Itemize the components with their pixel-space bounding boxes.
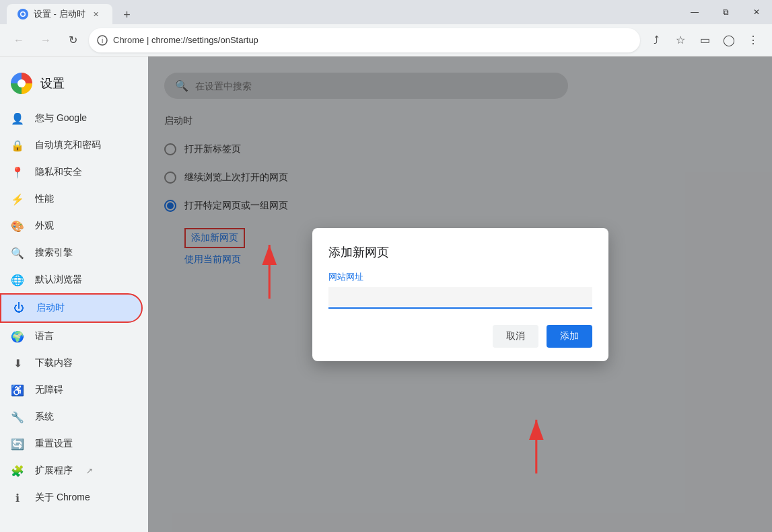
star-icon: ☆ (676, 34, 685, 46)
address-bar[interactable]: i Chrome | chrome://settings/onStartup (89, 28, 640, 52)
forward-button[interactable]: → (35, 30, 57, 51)
sidebar-item-label: 默认浏览器 (35, 274, 82, 286)
sidebar-item-system[interactable]: 🔧 系统 (0, 404, 143, 430)
sidebar-item-label: 启动时 (36, 302, 65, 314)
sidebar-item-label: 重置设置 (35, 438, 73, 450)
dialog-buttons: 取消 添加 (328, 325, 592, 348)
downloads-icon: ⬇ (11, 356, 24, 370)
restore-button[interactable]: ⧉ (710, 0, 741, 24)
performance-icon: ⚡ (11, 192, 24, 206)
sidebar-item-label: 关于 Chrome (35, 492, 90, 504)
sidebar-item-autofill[interactable]: 🔒 自动填充和密码 (0, 132, 143, 159)
profile-nav-icon: 👤 (11, 112, 24, 125)
add-page-dialog: 添加新网页 网站网址 取消 添加 (312, 228, 608, 361)
svg-point-2 (22, 13, 25, 16)
cancel-button[interactable]: 取消 (493, 325, 538, 348)
main-layout: 设置 👤 您与 Google 🔒 自动填充和密码 📍 隐私和安全 ⚡ 性能 🎨 … (0, 56, 772, 532)
dialog-input-wrap (328, 287, 592, 309)
new-tab-button[interactable]: + (118, 5, 137, 24)
sidebar-item-profile[interactable]: 👤 您与 Google (0, 105, 143, 132)
sidebar-item-language[interactable]: 🌍 语言 (0, 323, 143, 350)
sidebar-toggle-button[interactable]: ▭ (694, 30, 715, 51)
address-text: Chrome | chrome://settings/onStartup (113, 35, 632, 45)
chrome-logo-inner (17, 79, 26, 87)
address-path: chrome://settings/onStartup (151, 35, 258, 45)
omnibar-actions: ⤴ ☆ ▭ ◯ ⋮ (645, 30, 764, 51)
startup-icon: ⏻ (12, 301, 26, 315)
refresh-icon: ↻ (69, 34, 77, 46)
sidebar-item-label: 扩展程序 (35, 465, 73, 477)
address-separator: | (147, 35, 151, 45)
svg-text:i: i (102, 37, 103, 44)
sidebar-item-extensions[interactable]: 🧩 扩展程序 ↗ (0, 457, 143, 484)
default-browser-icon: 🌐 (11, 273, 24, 287)
sidebar-item-label: 性能 (35, 193, 54, 205)
share-icon: ⤴ (654, 34, 659, 46)
bookmark-button[interactable]: ☆ (670, 30, 691, 51)
sidebar-item-startup[interactable]: ⏻ 启动时 (0, 293, 143, 323)
refresh-button[interactable]: ↻ (62, 30, 83, 51)
sidebar-header: 设置 (0, 67, 148, 105)
sidebar-item-accessibility[interactable]: ♿ 无障碍 (0, 377, 143, 404)
dialog-url-input[interactable] (328, 287, 592, 306)
autofill-icon: 🔒 (11, 139, 24, 152)
profile-button[interactable]: ◯ (718, 30, 740, 51)
minimize-icon: — (691, 7, 699, 17)
close-button[interactable]: ✕ (741, 0, 772, 24)
close-icon: ✕ (753, 7, 760, 17)
minimize-button[interactable]: — (679, 0, 710, 24)
omnibar: ← → ↻ i Chrome | chrome://settings/onSta… (0, 24, 772, 56)
sidebar-item-label: 隐私和安全 (35, 166, 82, 178)
sidebar-item-label: 搜索引擎 (35, 247, 73, 259)
sidebar-item-label: 无障碍 (35, 384, 63, 396)
sidebar-item-privacy[interactable]: 📍 隐私和安全 (0, 159, 143, 186)
reset-icon: 🔄 (11, 437, 24, 451)
extensions-icon: 🧩 (11, 464, 24, 478)
titlebar: 设置 - 启动时 ✕ + — ⧉ ✕ (0, 0, 772, 24)
external-link-icon: ↗ (86, 466, 93, 476)
tab-close-button[interactable]: ✕ (91, 9, 102, 20)
about-icon: ℹ (11, 491, 24, 504)
search-nav-icon: 🔍 (11, 246, 24, 260)
address-scheme: Chrome (113, 35, 144, 45)
tab-favicon (17, 9, 28, 20)
window-controls: — ⧉ ✕ (679, 0, 772, 24)
sidebar-item-label: 下载内容 (35, 357, 73, 369)
back-button[interactable]: ← (8, 30, 30, 51)
menu-icon: ⋮ (748, 34, 759, 46)
menu-button[interactable]: ⋮ (742, 30, 764, 51)
tab-area: 设置 - 启动时 ✕ + (0, 0, 137, 24)
chrome-logo (11, 73, 32, 94)
back-icon: ← (13, 34, 24, 46)
active-tab[interactable]: 设置 - 启动时 ✕ (7, 4, 112, 24)
sidebar-item-reset[interactable]: 🔄 重置设置 (0, 430, 143, 457)
sidebar-item-appearance[interactable]: 🎨 外观 (0, 213, 143, 239)
appearance-icon: 🎨 (11, 219, 24, 233)
language-icon: 🌍 (11, 330, 24, 343)
sidebar-icon: ▭ (700, 34, 710, 46)
sidebar-item-label: 自动填充和密码 (35, 139, 101, 151)
sidebar-title: 设置 (40, 75, 65, 91)
site-info-icon: i (97, 35, 108, 46)
privacy-icon: 📍 (11, 165, 24, 179)
add-button[interactable]: 添加 (547, 325, 592, 348)
accessibility-icon: ♿ (11, 383, 24, 397)
share-button[interactable]: ⤴ (645, 30, 667, 51)
sidebar-item-search[interactable]: 🔍 搜索引擎 (0, 239, 143, 266)
sidebar-item-about[interactable]: ℹ 关于 Chrome (0, 484, 143, 511)
sidebar-item-default[interactable]: 🌐 默认浏览器 (0, 266, 143, 293)
sidebar-item-performance[interactable]: ⚡ 性能 (0, 186, 143, 213)
profile-icon: ◯ (723, 34, 735, 46)
sidebar: 设置 👤 您与 Google 🔒 自动填充和密码 📍 隐私和安全 ⚡ 性能 🎨 … (0, 56, 148, 532)
sidebar-item-downloads[interactable]: ⬇ 下载内容 (0, 350, 143, 377)
content-area: 🔍 启动时 打开新标签页 继续浏览上次打开的网页 打开特定网页或一组网页 (148, 56, 772, 532)
forward-icon: → (40, 34, 51, 46)
dialog-url-label: 网站网址 (328, 271, 592, 283)
sidebar-item-label: 系统 (35, 411, 54, 423)
tab-title: 设置 - 启动时 (34, 8, 85, 20)
dialog-overlay: 添加新网页 网站网址 取消 添加 (148, 56, 772, 532)
system-icon: 🔧 (11, 410, 24, 424)
sidebar-item-label: 外观 (35, 220, 54, 232)
sidebar-item-label: 您与 Google (35, 112, 87, 124)
dialog-title: 添加新网页 (328, 244, 592, 260)
